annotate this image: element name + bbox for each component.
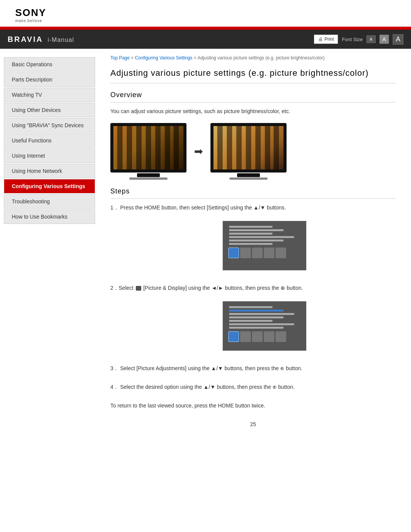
page-title: Adjusting various picture settings (e.g.…	[110, 67, 396, 83]
step-3-number: 3．	[110, 365, 119, 371]
menu-line-5	[229, 240, 284, 241]
arrow-icon: ➡	[194, 145, 203, 158]
step-1: 1． Press the HOME button, then select [S…	[110, 203, 396, 274]
dark-bar-2	[127, 126, 132, 169]
sidebar-label-troubleshooting: Troubleshooting	[12, 198, 50, 204]
bravia-brand: BRAVIA	[8, 35, 43, 44]
tv-after	[210, 123, 287, 180]
icon-2-1-selected	[228, 331, 239, 342]
icon-5	[276, 248, 286, 258]
dark-bar-3	[136, 126, 142, 169]
font-medium-button[interactable]: A	[379, 35, 389, 44]
step-4: 4． Select the desired option using the ▲…	[110, 383, 396, 392]
dark-bar-7	[174, 126, 179, 169]
tv-base-before	[129, 177, 167, 180]
step-2-content: [Picture & Display] using the ◄/► button…	[143, 285, 303, 291]
print-label: Print	[325, 37, 334, 42]
menu-line-2-1	[229, 306, 272, 308]
sidebar-label-parts-description: Parts Description	[12, 77, 53, 83]
icon-row-2	[228, 331, 301, 342]
icon-2-4	[264, 331, 274, 342]
bravia-title: BRAVIA i-Manual	[8, 35, 74, 44]
sidebar-label-using-home-network: Using Home Network	[12, 168, 62, 174]
dark-bar-6	[165, 126, 170, 169]
menu-line-2-6	[229, 323, 294, 325]
dark-bar-a6	[265, 126, 270, 169]
icon-row-1	[228, 248, 301, 258]
sidebar-item-using-bravia-sync[interactable]: Using "BRAVIA" Sync Devices	[4, 118, 95, 133]
font-large-button[interactable]: A	[393, 34, 403, 45]
tv-frame-after	[210, 123, 287, 173]
sony-brand: SONY	[15, 7, 46, 19]
step-3-content: Select [Picture Adjustments] using the ▲…	[120, 365, 302, 371]
sidebar-item-useful-functions[interactable]: Useful Functions	[4, 133, 95, 148]
overview-heading: Overview	[110, 91, 396, 102]
sony-tagline: make.believe	[15, 19, 42, 23]
picture-comparison: ➡	[110, 123, 396, 180]
sidebar-label-basic-operations: Basic Operations	[12, 61, 53, 67]
step-1-text: 1． Press the HOME button, then select [S…	[110, 203, 396, 212]
sidebar-item-how-to-use-bookmarks[interactable]: How to Use Bookmarks	[4, 209, 95, 224]
sidebar-item-using-home-network[interactable]: Using Home Network	[4, 164, 95, 178]
sidebar-item-using-other-devices[interactable]: Using Other Devices	[4, 103, 95, 117]
sidebar-item-parts-description[interactable]: Parts Description	[4, 72, 95, 87]
main-layout: Basic Operations Parts Description Watch…	[0, 49, 411, 506]
sidebar-item-troubleshooting[interactable]: Troubleshooting	[4, 194, 95, 209]
sidebar-item-watching-tv[interactable]: Watching TV	[4, 88, 95, 102]
step-2: 2．Select [Picture & Display] using the ◄…	[110, 284, 396, 355]
content-area: Top Page > Configuring Various Settings …	[99, 49, 411, 506]
icon-2-5	[276, 331, 286, 342]
breadcrumb-sep2: >	[194, 55, 198, 61]
step-2-screenshot	[223, 301, 306, 351]
dark-bar-1	[117, 126, 123, 169]
icon-2-2	[240, 331, 251, 342]
font-small-button[interactable]: A	[366, 35, 375, 43]
step-2-screenshot-container	[122, 297, 396, 355]
step-4-content: Select the desired option using the ▲/▼ …	[120, 384, 295, 390]
dark-bar-4	[146, 126, 151, 169]
breadcrumb-sep1: >	[131, 55, 135, 61]
tv-before	[110, 123, 186, 180]
breadcrumb: Top Page > Configuring Various Settings …	[110, 54, 396, 62]
breadcrumb-configuring[interactable]: Configuring Various Settings	[135, 55, 192, 61]
step-2-number: 2．Select	[110, 285, 135, 291]
sidebar-item-configuring-settings[interactable]: Configuring Various Settings	[4, 179, 95, 193]
sidebar-item-basic-operations[interactable]: Basic Operations	[4, 57, 95, 72]
sidebar-item-using-internet[interactable]: Using Internet	[4, 149, 95, 163]
tv-frame-before	[110, 123, 186, 173]
page-number: 25	[110, 421, 396, 435]
sidebar-label-using-bravia-sync: Using "BRAVIA" Sync Devices	[12, 122, 84, 128]
menu-line-2-3	[229, 313, 294, 315]
breadcrumb-current: Adjusting various picture settings (e.g.…	[198, 55, 325, 61]
menu-line-3	[229, 233, 272, 235]
print-button[interactable]: 🖨 Print	[314, 35, 338, 44]
menu-content-2	[225, 304, 304, 344]
menu-line-2-7	[229, 327, 284, 329]
dark-bar-a5	[255, 126, 261, 169]
dark-bar-a2	[227, 126, 232, 169]
breadcrumb-top-page[interactable]: Top Page	[110, 55, 130, 61]
dark-bar-a1	[217, 126, 223, 169]
sidebar-label-using-other-devices: Using Other Devices	[12, 107, 61, 113]
dark-bar-a3	[236, 126, 242, 169]
sidebar-label-watching-tv: Watching TV	[12, 92, 42, 98]
overview-text: You can adjust various picture settings,…	[110, 107, 396, 115]
sidebar-label-how-to-use-bookmarks: How to Use Bookmarks	[12, 214, 67, 220]
dark-bar-a7	[274, 126, 279, 169]
step-3: 3． Select [Picture Adjustments] using th…	[110, 364, 396, 373]
icon-3	[252, 248, 263, 258]
sidebar: Basic Operations Parts Description Watch…	[0, 49, 99, 506]
sony-logo: SONY make.believe	[15, 7, 396, 23]
icon-1-selected	[228, 248, 239, 258]
tv-base-after	[229, 177, 268, 180]
tv-neck	[139, 175, 158, 176]
tv-screen-after	[213, 126, 284, 169]
step-1-screenshot-container	[122, 217, 396, 274]
picture-display-icon	[136, 286, 141, 291]
sidebar-label-using-internet: Using Internet	[12, 153, 45, 159]
top-bar: SONY make.believe	[0, 0, 411, 27]
tv-stand-after	[237, 173, 260, 177]
menu-content-1	[225, 224, 304, 260]
menu-line-1	[229, 226, 272, 228]
tv-bottom-controls	[139, 175, 158, 176]
